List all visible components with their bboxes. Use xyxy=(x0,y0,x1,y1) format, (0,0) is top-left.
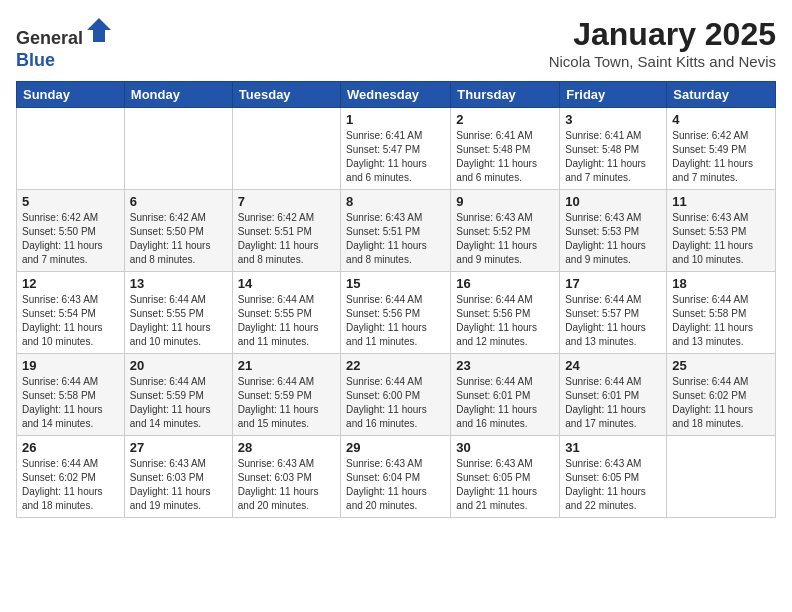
calendar-cell: 22Sunrise: 6:44 AM Sunset: 6:00 PM Dayli… xyxy=(341,354,451,436)
weekday-header-cell: Thursday xyxy=(451,82,560,108)
calendar-cell: 30Sunrise: 6:43 AM Sunset: 6:05 PM Dayli… xyxy=(451,436,560,518)
calendar-table: SundayMondayTuesdayWednesdayThursdayFrid… xyxy=(16,81,776,518)
day-number: 15 xyxy=(346,276,445,291)
day-info: Sunrise: 6:43 AM Sunset: 5:52 PM Dayligh… xyxy=(456,211,554,267)
svg-marker-0 xyxy=(87,18,111,42)
logo-blue: Blue xyxy=(16,50,55,70)
title-block: January 2025 Nicola Town, Saint Kitts an… xyxy=(549,16,776,70)
calendar-cell: 12Sunrise: 6:43 AM Sunset: 5:54 PM Dayli… xyxy=(17,272,125,354)
calendar-cell: 11Sunrise: 6:43 AM Sunset: 5:53 PM Dayli… xyxy=(667,190,776,272)
day-info: Sunrise: 6:41 AM Sunset: 5:47 PM Dayligh… xyxy=(346,129,445,185)
calendar-cell xyxy=(232,108,340,190)
day-info: Sunrise: 6:44 AM Sunset: 6:02 PM Dayligh… xyxy=(672,375,770,431)
weekday-header-cell: Friday xyxy=(560,82,667,108)
day-info: Sunrise: 6:44 AM Sunset: 6:00 PM Dayligh… xyxy=(346,375,445,431)
day-info: Sunrise: 6:43 AM Sunset: 6:05 PM Dayligh… xyxy=(456,457,554,513)
calendar-week-row: 1Sunrise: 6:41 AM Sunset: 5:47 PM Daylig… xyxy=(17,108,776,190)
weekday-header-cell: Saturday xyxy=(667,82,776,108)
calendar-week-row: 19Sunrise: 6:44 AM Sunset: 5:58 PM Dayli… xyxy=(17,354,776,436)
day-info: Sunrise: 6:43 AM Sunset: 5:53 PM Dayligh… xyxy=(565,211,661,267)
day-number: 21 xyxy=(238,358,335,373)
day-number: 2 xyxy=(456,112,554,127)
calendar-cell: 19Sunrise: 6:44 AM Sunset: 5:58 PM Dayli… xyxy=(17,354,125,436)
day-info: Sunrise: 6:43 AM Sunset: 5:54 PM Dayligh… xyxy=(22,293,119,349)
day-info: Sunrise: 6:44 AM Sunset: 5:56 PM Dayligh… xyxy=(456,293,554,349)
calendar-cell: 5Sunrise: 6:42 AM Sunset: 5:50 PM Daylig… xyxy=(17,190,125,272)
day-number: 17 xyxy=(565,276,661,291)
day-number: 31 xyxy=(565,440,661,455)
day-number: 6 xyxy=(130,194,227,209)
calendar-week-row: 12Sunrise: 6:43 AM Sunset: 5:54 PM Dayli… xyxy=(17,272,776,354)
day-number: 13 xyxy=(130,276,227,291)
logo-icon xyxy=(85,16,113,44)
day-info: Sunrise: 6:43 AM Sunset: 5:53 PM Dayligh… xyxy=(672,211,770,267)
day-info: Sunrise: 6:44 AM Sunset: 5:58 PM Dayligh… xyxy=(22,375,119,431)
day-number: 16 xyxy=(456,276,554,291)
calendar-cell: 25Sunrise: 6:44 AM Sunset: 6:02 PM Dayli… xyxy=(667,354,776,436)
day-info: Sunrise: 6:44 AM Sunset: 6:01 PM Dayligh… xyxy=(565,375,661,431)
day-number: 24 xyxy=(565,358,661,373)
day-number: 14 xyxy=(238,276,335,291)
day-number: 22 xyxy=(346,358,445,373)
day-number: 10 xyxy=(565,194,661,209)
day-number: 12 xyxy=(22,276,119,291)
day-number: 29 xyxy=(346,440,445,455)
calendar-cell: 28Sunrise: 6:43 AM Sunset: 6:03 PM Dayli… xyxy=(232,436,340,518)
day-number: 7 xyxy=(238,194,335,209)
page-header: General Blue January 2025 Nicola Town, S… xyxy=(16,16,776,71)
day-info: Sunrise: 6:44 AM Sunset: 5:58 PM Dayligh… xyxy=(672,293,770,349)
calendar-cell: 21Sunrise: 6:44 AM Sunset: 5:59 PM Dayli… xyxy=(232,354,340,436)
logo-general: General xyxy=(16,28,83,48)
day-number: 9 xyxy=(456,194,554,209)
day-number: 1 xyxy=(346,112,445,127)
day-info: Sunrise: 6:44 AM Sunset: 5:59 PM Dayligh… xyxy=(238,375,335,431)
weekday-header-row: SundayMondayTuesdayWednesdayThursdayFrid… xyxy=(17,82,776,108)
day-number: 8 xyxy=(346,194,445,209)
day-number: 19 xyxy=(22,358,119,373)
calendar-cell: 9Sunrise: 6:43 AM Sunset: 5:52 PM Daylig… xyxy=(451,190,560,272)
day-info: Sunrise: 6:42 AM Sunset: 5:49 PM Dayligh… xyxy=(672,129,770,185)
day-info: Sunrise: 6:44 AM Sunset: 5:55 PM Dayligh… xyxy=(130,293,227,349)
location-title: Nicola Town, Saint Kitts and Nevis xyxy=(549,53,776,70)
calendar-cell: 26Sunrise: 6:44 AM Sunset: 6:02 PM Dayli… xyxy=(17,436,125,518)
day-info: Sunrise: 6:44 AM Sunset: 5:57 PM Dayligh… xyxy=(565,293,661,349)
calendar-cell: 18Sunrise: 6:44 AM Sunset: 5:58 PM Dayli… xyxy=(667,272,776,354)
day-number: 30 xyxy=(456,440,554,455)
day-info: Sunrise: 6:44 AM Sunset: 5:56 PM Dayligh… xyxy=(346,293,445,349)
day-number: 28 xyxy=(238,440,335,455)
weekday-header-cell: Monday xyxy=(124,82,232,108)
weekday-header-cell: Wednesday xyxy=(341,82,451,108)
day-info: Sunrise: 6:41 AM Sunset: 5:48 PM Dayligh… xyxy=(565,129,661,185)
day-info: Sunrise: 6:43 AM Sunset: 6:03 PM Dayligh… xyxy=(238,457,335,513)
calendar-cell: 23Sunrise: 6:44 AM Sunset: 6:01 PM Dayli… xyxy=(451,354,560,436)
day-info: Sunrise: 6:43 AM Sunset: 6:03 PM Dayligh… xyxy=(130,457,227,513)
calendar-cell: 13Sunrise: 6:44 AM Sunset: 5:55 PM Dayli… xyxy=(124,272,232,354)
weekday-header-cell: Tuesday xyxy=(232,82,340,108)
day-info: Sunrise: 6:43 AM Sunset: 6:04 PM Dayligh… xyxy=(346,457,445,513)
calendar-cell: 6Sunrise: 6:42 AM Sunset: 5:50 PM Daylig… xyxy=(124,190,232,272)
day-info: Sunrise: 6:42 AM Sunset: 5:50 PM Dayligh… xyxy=(130,211,227,267)
calendar-cell: 15Sunrise: 6:44 AM Sunset: 5:56 PM Dayli… xyxy=(341,272,451,354)
day-info: Sunrise: 6:44 AM Sunset: 6:02 PM Dayligh… xyxy=(22,457,119,513)
day-number: 26 xyxy=(22,440,119,455)
calendar-cell: 4Sunrise: 6:42 AM Sunset: 5:49 PM Daylig… xyxy=(667,108,776,190)
day-info: Sunrise: 6:43 AM Sunset: 5:51 PM Dayligh… xyxy=(346,211,445,267)
calendar-cell: 29Sunrise: 6:43 AM Sunset: 6:04 PM Dayli… xyxy=(341,436,451,518)
calendar-body: 1Sunrise: 6:41 AM Sunset: 5:47 PM Daylig… xyxy=(17,108,776,518)
calendar-cell: 17Sunrise: 6:44 AM Sunset: 5:57 PM Dayli… xyxy=(560,272,667,354)
day-number: 27 xyxy=(130,440,227,455)
day-number: 3 xyxy=(565,112,661,127)
calendar-cell: 27Sunrise: 6:43 AM Sunset: 6:03 PM Dayli… xyxy=(124,436,232,518)
day-number: 20 xyxy=(130,358,227,373)
day-info: Sunrise: 6:43 AM Sunset: 6:05 PM Dayligh… xyxy=(565,457,661,513)
calendar-cell: 31Sunrise: 6:43 AM Sunset: 6:05 PM Dayli… xyxy=(560,436,667,518)
calendar-cell: 14Sunrise: 6:44 AM Sunset: 5:55 PM Dayli… xyxy=(232,272,340,354)
day-info: Sunrise: 6:42 AM Sunset: 5:51 PM Dayligh… xyxy=(238,211,335,267)
calendar-cell: 7Sunrise: 6:42 AM Sunset: 5:51 PM Daylig… xyxy=(232,190,340,272)
day-info: Sunrise: 6:41 AM Sunset: 5:48 PM Dayligh… xyxy=(456,129,554,185)
calendar-week-row: 26Sunrise: 6:44 AM Sunset: 6:02 PM Dayli… xyxy=(17,436,776,518)
calendar-cell: 16Sunrise: 6:44 AM Sunset: 5:56 PM Dayli… xyxy=(451,272,560,354)
calendar-cell xyxy=(124,108,232,190)
calendar-cell: 2Sunrise: 6:41 AM Sunset: 5:48 PM Daylig… xyxy=(451,108,560,190)
logo: General Blue xyxy=(16,16,113,71)
